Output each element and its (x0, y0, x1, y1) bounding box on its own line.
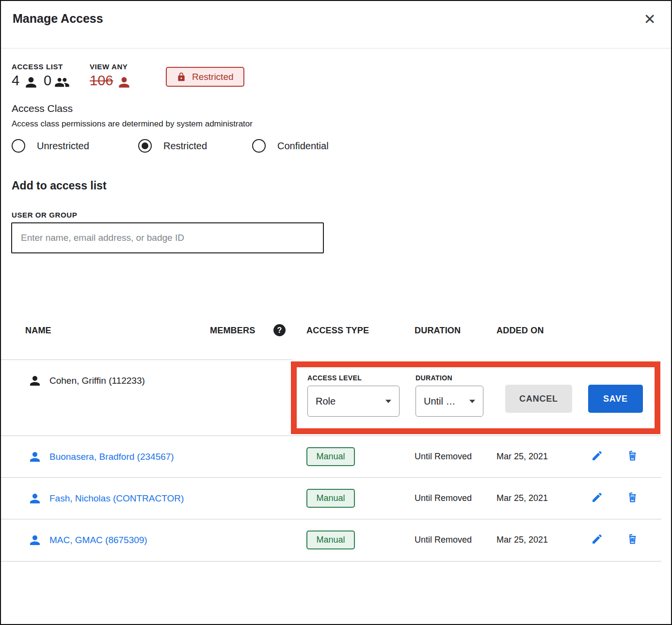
access-type-label: Manual (316, 535, 345, 545)
person-icon (23, 75, 39, 92)
added-on-cell: Mar 25, 2021 (496, 535, 548, 545)
radio-label: Confidential (277, 141, 329, 152)
access-class-title: Access Class (12, 103, 73, 114)
access-level-label: ACCESS LEVEL (307, 374, 362, 382)
person-icon (28, 374, 42, 390)
person-icon-red (116, 75, 132, 92)
row-name-link[interactable]: Buonasera, Bradford (234567) (49, 452, 174, 462)
access-class-subtitle: Access class permissions are determined … (12, 119, 253, 129)
view-any-label: VIEW ANY (90, 62, 128, 71)
radio-unrestricted[interactable]: Unrestricted (12, 139, 89, 153)
column-header-added-on: ADDED ON (496, 326, 544, 336)
added-on-cell: Mar 25, 2021 (496, 493, 548, 503)
chevron-down-icon (469, 400, 475, 403)
column-header-members: MEMBERS (210, 326, 255, 336)
view-any-count: 106 (90, 73, 113, 89)
person-icon-blue (28, 491, 42, 508)
access-level-value: Role (316, 396, 336, 407)
column-header-access-type: ACCESS TYPE (306, 326, 369, 336)
person-icon-blue (28, 533, 42, 549)
header-divider (1, 48, 671, 48)
radio-restricted[interactable]: Restricted (138, 139, 207, 153)
add-section-title: Add to access list (12, 179, 107, 192)
person-icon-blue (28, 450, 42, 466)
duration-cell: Until Removed (415, 535, 472, 545)
manage-access-dialog: Manage Access ✕ ACCESS LIST 4 0 VIEW ANY… (0, 0, 672, 625)
people-icon (53, 75, 71, 92)
group-count: 0 (44, 73, 51, 89)
edit-pencil-icon[interactable] (591, 450, 603, 464)
row-name-link[interactable]: MAC, GMAC (8675309) (49, 535, 147, 546)
access-type-badge: Manual (306, 489, 355, 508)
row-divider (1, 477, 661, 478)
cancel-button[interactable]: CANCEL (505, 385, 572, 413)
delete-trash-icon[interactable] (626, 450, 639, 464)
table-header-divider (1, 359, 292, 360)
row-divider (1, 436, 661, 436)
delete-trash-icon[interactable] (626, 491, 639, 505)
duration-label: DURATION (416, 374, 452, 382)
row-name-cohen: Cohen, Griffin (112233) (49, 375, 145, 386)
status-badge-restricted: Restricted (166, 67, 244, 87)
edit-pencil-icon[interactable] (591, 533, 603, 547)
duration-select[interactable]: Until … (416, 386, 483, 417)
status-badge-label: Restricted (192, 72, 234, 82)
duration-cell: Until Removed (415, 493, 472, 503)
access-type-badge: Manual (306, 447, 355, 466)
close-icon[interactable]: ✕ (640, 10, 659, 29)
added-on-cell: Mar 25, 2021 (496, 452, 548, 462)
column-header-name: NAME (25, 326, 51, 336)
access-type-badge: Manual (306, 531, 355, 549)
row-name-link[interactable]: Fash, Nicholas (CONTRACTOR) (49, 493, 184, 504)
row-divider (1, 519, 661, 519)
radio-circle-icon[interactable] (252, 139, 266, 153)
access-level-select[interactable]: Role (307, 386, 400, 417)
radio-circle-selected-icon[interactable] (138, 139, 152, 153)
duration-value: Until … (424, 396, 456, 407)
duration-cell: Until Removed (415, 452, 472, 462)
lock-icon (176, 72, 186, 82)
save-button[interactable]: SAVE (588, 385, 643, 413)
radio-confidential[interactable]: Confidential (252, 139, 329, 153)
row-divider (1, 561, 661, 562)
access-type-label: Manual (316, 452, 345, 462)
chevron-down-icon (385, 400, 391, 403)
edit-pencil-icon[interactable] (591, 491, 603, 505)
access-list-label: ACCESS LIST (12, 62, 63, 71)
user-or-group-label: USER OR GROUP (12, 211, 77, 219)
access-type-label: Manual (316, 493, 345, 503)
radio-label: Restricted (163, 141, 207, 152)
radio-label: Unrestricted (37, 141, 89, 152)
help-icon[interactable]: ? (273, 324, 286, 336)
page-title: Manage Access (13, 12, 103, 26)
delete-trash-icon[interactable] (626, 533, 639, 547)
radio-circle-icon[interactable] (12, 139, 25, 153)
user-search-input[interactable] (11, 222, 324, 253)
individual-count: 4 (12, 73, 19, 89)
column-header-duration: DURATION (415, 326, 461, 336)
edit-highlight-box: ACCESS LEVEL Role DURATION Until … CANCE… (291, 361, 660, 434)
